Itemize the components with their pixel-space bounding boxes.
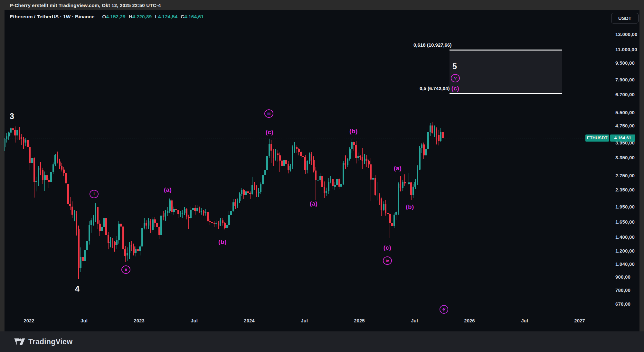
symbol-title[interactable]: Ethereum / TetherUS · 1W · Binance: [10, 14, 94, 20]
candle-body: [152, 219, 154, 230]
candle-body: [27, 140, 29, 147]
wave-4[interactable]: 4: [75, 284, 80, 293]
wave-b-2023[interactable]: (b): [218, 238, 227, 245]
fib-level-0618-label: 0,618 (10.927,66): [413, 42, 451, 48]
candle-body: [57, 155, 58, 162]
candle-wick: [360, 155, 361, 160]
candle-body: [84, 250, 86, 262]
chart-pane[interactable]: 0,618 (10.927,66) 0,5 (6.742,04) 345iiii…: [5, 10, 609, 315]
candle-body: [42, 170, 43, 180]
wave-c-2024[interactable]: (c): [266, 129, 274, 136]
candle-body: [288, 164, 289, 170]
wave-a-2025[interactable]: (a): [394, 165, 402, 172]
ohlc-values: O4.152,29H4.220,89L4.124,54C4.164,61: [99, 14, 204, 20]
time-axis-label: Jul: [521, 318, 528, 324]
candle-body: [190, 210, 192, 218]
candle-wick: [271, 140, 272, 163]
candle-body: [294, 147, 296, 147]
fib-level-05-label: 0,5 (6.742,04): [420, 86, 450, 91]
wave-v[interactable]: v: [451, 74, 460, 82]
candle-body: [309, 154, 310, 161]
price-axis-label: 2.350,00: [615, 187, 635, 193]
price-axis-label: 3.350,00: [615, 155, 635, 161]
wave-i[interactable]: i: [90, 190, 99, 198]
price-axis-label: 2.750,00: [615, 173, 635, 179]
wave-ii[interactable]: ii: [121, 265, 130, 274]
candle-body: [285, 160, 287, 164]
wave-a-2024[interactable]: (a): [310, 200, 318, 207]
price-axis-label: 1.950,00: [615, 204, 635, 210]
wave-c-box[interactable]: (c): [451, 85, 459, 92]
candle-body: [95, 207, 96, 219]
wave-a-2023[interactable]: (a): [164, 186, 172, 193]
candle-body: [313, 160, 315, 171]
wave-3[interactable]: 3: [10, 112, 14, 121]
candle-body: [25, 140, 26, 143]
candle-wick: [83, 245, 83, 267]
candle-wick: [345, 155, 346, 169]
candle-body: [279, 155, 281, 161]
candle-body: [389, 214, 391, 223]
candle-body: [251, 185, 253, 194]
candle-body: [78, 229, 80, 268]
candle-body: [52, 164, 54, 172]
candle-body: [230, 211, 232, 215]
wave-b-2024[interactable]: (b): [349, 128, 358, 135]
candle-body: [154, 219, 156, 223]
close-label: C: [181, 14, 184, 19]
candle-body: [67, 184, 69, 204]
candle-body: [141, 228, 143, 247]
chart-window: 0,618 (10.927,66) 0,5 (6.742,04) 345iiii…: [5, 10, 639, 331]
wave-iii[interactable]: iii: [264, 109, 273, 118]
candle-body: [179, 214, 181, 214]
candle-body: [114, 242, 116, 245]
candle-body: [218, 223, 219, 226]
candle-wick: [407, 179, 407, 189]
candle-body: [372, 178, 374, 180]
candle-body: [283, 160, 285, 166]
candle-body: [175, 209, 177, 210]
candle-body: [46, 175, 48, 180]
wave-iv[interactable]: iv: [383, 256, 392, 265]
candle-wick: [214, 221, 214, 227]
candle-body: [417, 170, 418, 182]
price-axis-label: 670,00: [615, 301, 630, 307]
candle-body: [226, 225, 228, 228]
fib-target-box[interactable]: [450, 50, 562, 94]
open-label: O: [102, 14, 106, 19]
candle-body: [421, 144, 422, 148]
price-axis-label: 900,00: [615, 274, 630, 280]
time-axis-label: 2027: [574, 318, 585, 324]
candle-body: [239, 194, 241, 201]
price-axis-label: 1.650,00: [615, 219, 635, 225]
currency-toggle-button[interactable]: USDT: [611, 13, 639, 23]
candle-body: [177, 210, 179, 214]
candle-body: [59, 162, 61, 166]
wave-5[interactable]: 5: [452, 62, 457, 71]
price-tag-symbol: ETHUSDT: [585, 134, 609, 142]
candle-body: [362, 157, 363, 161]
tradingview-logo[interactable]: TradingView: [14, 338, 72, 346]
candle-body: [173, 209, 175, 212]
candle-body: [347, 159, 348, 165]
candle-wick: [182, 210, 183, 218]
lightning-icon[interactable]: [440, 305, 448, 314]
candle-wick: [44, 171, 45, 191]
candle-body: [258, 192, 260, 193]
candle-body: [97, 207, 99, 224]
candle-body: [370, 164, 372, 180]
candle-body: [366, 159, 367, 161]
candle-body: [8, 133, 10, 136]
wave-b-2025[interactable]: (b): [406, 203, 414, 210]
candle-body: [31, 158, 33, 163]
candle-wick: [49, 178, 49, 188]
candle-body: [12, 128, 14, 130]
price-axis-label: 1.200,00: [615, 248, 635, 254]
candle-body: [224, 223, 226, 228]
candle-wick: [212, 220, 213, 227]
candle-body: [317, 181, 319, 181]
wave-c-2025[interactable]: (c): [384, 244, 392, 251]
candle-body: [256, 186, 257, 193]
candle-body: [440, 132, 441, 141]
candle-body: [158, 227, 160, 235]
